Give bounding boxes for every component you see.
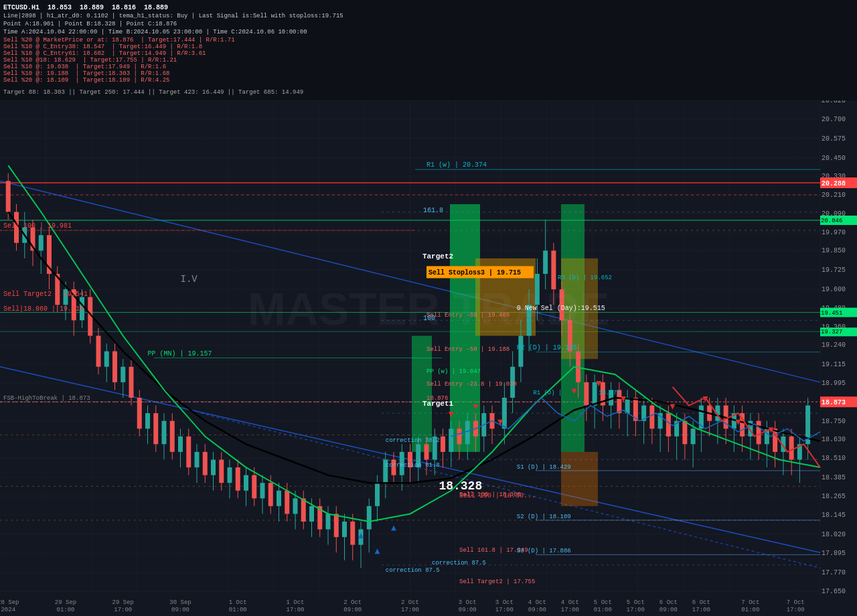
price-chart[interactable]	[0, 0, 857, 616]
chart-container	[0, 0, 857, 616]
